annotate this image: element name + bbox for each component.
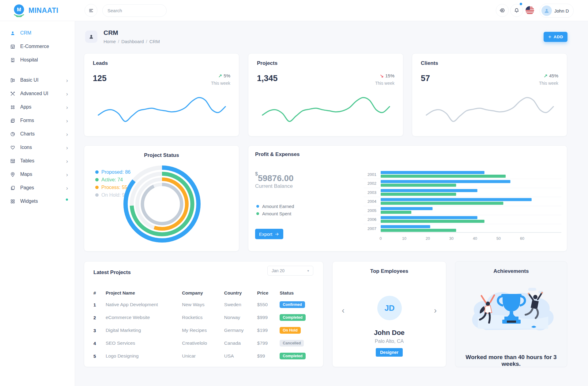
cell-price: $999 — [257, 315, 280, 320]
settings-button[interactable] — [496, 4, 509, 17]
table-row[interactable]: 2eCommerce WebsiteRocketicsNorway$999Com… — [93, 311, 314, 324]
sidebar-item-icons[interactable]: Icons› — [0, 141, 75, 154]
svg-text:2001: 2001 — [368, 172, 376, 177]
sidebar-item-label: Tables — [20, 158, 62, 164]
trend-up-icon: ↗ — [544, 73, 548, 78]
sidebar-item-maps[interactable]: Maps› — [0, 168, 75, 181]
chevron-right-icon: › — [66, 77, 68, 83]
cell-company: My Recipes — [182, 328, 224, 333]
projects-change: ↘15%This week — [375, 73, 394, 86]
export-button[interactable]: Export — [255, 229, 283, 239]
cell-number: 3 — [93, 328, 106, 333]
sidebar-item-label: E-Commerce — [20, 44, 68, 49]
caret-down-icon: ▾ — [307, 269, 309, 273]
page-header-icon-tile — [85, 31, 97, 43]
sidebar-item-e-commerce[interactable]: E-Commerce — [0, 40, 75, 53]
sidebar-item-crm[interactable]: CRM — [0, 26, 75, 40]
leads-change-percent: 5% — [224, 73, 230, 78]
table-row[interactable]: 1Native App DevelopmentNew WaysSweden$55… — [93, 298, 314, 311]
sidebar-item-label: Pages — [20, 185, 62, 191]
sidebar-item-tables[interactable]: Tables› — [0, 154, 75, 168]
menu-toggle-button[interactable] — [85, 4, 97, 17]
leads-stat-card: Leads125↗5%This week — [84, 53, 239, 136]
search-input[interactable] — [107, 8, 169, 13]
current-balance-value: $59876.00 — [255, 171, 294, 183]
cell-status: Completed — [280, 353, 314, 360]
sidebar-item-widgets[interactable]: Widgets — [0, 195, 75, 208]
projects-change-period: This week — [375, 81, 394, 86]
table-row[interactable]: 5Logo DesigningUnicarUSA$99Completed — [93, 350, 314, 362]
status-badge: On Hold — [280, 327, 301, 334]
sidebar-item-label: Maps — [20, 172, 62, 177]
cell-number: 4 — [93, 341, 106, 346]
plus-icon — [548, 35, 552, 39]
cell-status: Completed — [280, 314, 314, 321]
svg-text:M: M — [17, 7, 21, 13]
sidebar-item-label: CRM — [20, 30, 68, 36]
projects-value: 1,345 — [257, 74, 278, 83]
latest-projects-card: Latest Projects Jan 20 ▾ #Project NameCo… — [84, 261, 323, 367]
cell-project-name: Digital Marketing — [106, 328, 182, 333]
brand-logo[interactable]: M MINAATI — [12, 4, 58, 17]
cell-status: Confirmed — [280, 301, 314, 308]
clients-value: 57 — [421, 74, 430, 83]
cell-price: $550 — [257, 302, 280, 307]
breadcrumb-current: CRM — [149, 39, 160, 44]
cell-company: Creativelolo — [182, 340, 224, 346]
current-balance-label: Current Balance — [255, 183, 293, 189]
sidebar-item-label: Icons — [20, 145, 62, 150]
svg-text:0: 0 — [380, 236, 382, 241]
breadcrumb-home[interactable]: Home — [104, 39, 116, 44]
projects-change-percent: 15% — [385, 73, 394, 78]
legend-dot — [256, 205, 259, 208]
table-row[interactable]: 4SEO ServicesCreativeloloCanada$799Cance… — [93, 337, 314, 350]
topbar: M MINAATI — [0, 0, 588, 21]
user-name: John D — [554, 8, 569, 13]
sidebar-item-pages[interactable]: Pages› — [0, 181, 75, 195]
menu-icon — [88, 8, 94, 13]
sidebar-item-apps[interactable]: Apps› — [0, 100, 75, 114]
cell-number: 5 — [93, 354, 106, 359]
sidebar-item-advanced-ui[interactable]: Advanced UI› — [0, 87, 75, 100]
user-menu[interactable]: John D — [540, 4, 574, 18]
trend-up-icon: ↗ — [218, 73, 222, 78]
widgets-new-dot — [66, 199, 68, 201]
language-flag-button[interactable] — [526, 6, 534, 15]
clients-change: ↗45%This week — [539, 73, 558, 86]
latest-projects-title: Latest Projects — [93, 269, 131, 276]
carousel-prev-button[interactable]: ‹ — [340, 306, 346, 315]
profit-expenses-card: Profit & Expenses $59876.00 Current Bala… — [248, 145, 567, 251]
sidebar-item-basic-ui[interactable]: Basic UI› — [0, 73, 75, 87]
table-header-row: #Project NameCompanyCountryPriceStatus — [93, 287, 314, 298]
heart-icon — [10, 145, 16, 150]
profit-expenses-bar-chart: 2001200220032004200520062007010203040506… — [362, 163, 564, 246]
sidebar-item-hospital[interactable]: Hospital — [0, 53, 75, 67]
svg-text:2005: 2005 — [368, 208, 376, 213]
arrow-right-icon — [275, 232, 279, 236]
sidebar-item-label: Widgets — [20, 199, 64, 204]
sidebar-item-label: Charts — [20, 131, 62, 137]
column-header: Country — [224, 290, 257, 295]
employee-location: Palo Alto, CA — [333, 339, 446, 344]
month-filter-select[interactable]: Jan 20 ▾ — [267, 266, 313, 276]
clients-sparkline-chart — [425, 95, 555, 124]
carousel-next-button[interactable]: › — [432, 306, 439, 315]
profit-expenses-title: Profit & Expenses — [255, 151, 300, 158]
breadcrumb-dashboard[interactable]: Dashboard — [121, 39, 144, 44]
cell-project-name: eCommerce Website — [106, 315, 182, 320]
search-bar[interactable] — [102, 4, 167, 17]
profit-expenses-legend: Amount EarnedAmount Spent — [256, 202, 294, 217]
sidebar-item-charts[interactable]: Charts› — [0, 127, 75, 141]
bell-icon — [514, 7, 520, 13]
achievements-card: Achievements Worked more than 40 hours f… — [455, 261, 567, 367]
add-button[interactable]: ADD — [544, 32, 567, 42]
clients-stat-card: Clients57↗45%This week — [412, 53, 567, 136]
notifications-button[interactable] — [510, 4, 523, 17]
sidebar-item-label: Apps — [20, 104, 62, 110]
profit-expenses-legend-item: Amount Spent — [256, 210, 294, 217]
breadcrumb: Home / Dashboard / CRM — [104, 39, 160, 44]
chevron-left-icon: ‹ — [342, 306, 345, 315]
sidebar-item-forms[interactable]: Forms› — [0, 114, 75, 127]
column-header: Project Name — [106, 290, 182, 295]
table-row[interactable]: 3Digital MarketingMy RecipesGermany$199O… — [93, 324, 314, 337]
